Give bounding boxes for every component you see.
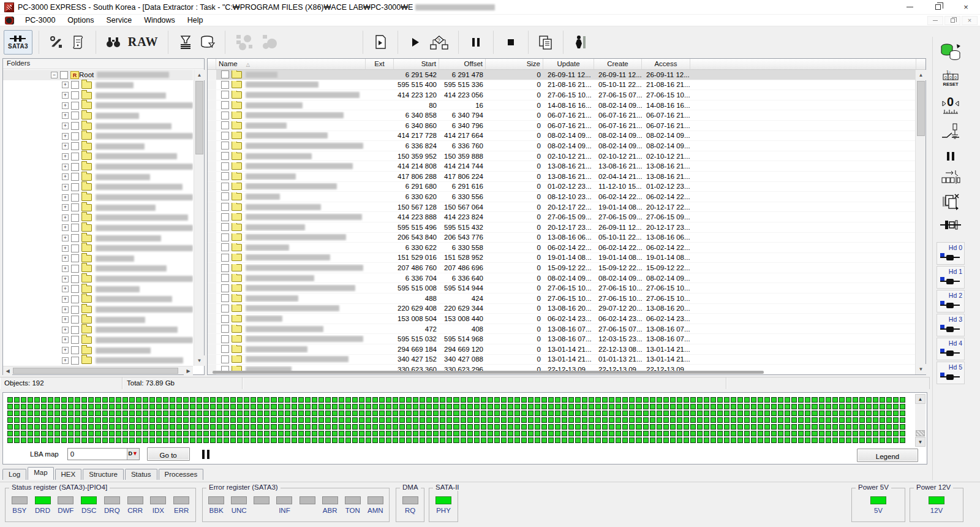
expand-icon[interactable]: +	[62, 133, 69, 140]
folder-checkbox[interactable]	[71, 214, 79, 222]
scrollbar-thumb[interactable]	[195, 81, 203, 154]
column-header-update[interactable]: Update	[543, 59, 594, 69]
exit-button[interactable]	[570, 30, 592, 55]
folder-checkbox[interactable]	[71, 91, 79, 99]
folder-checkbox[interactable]	[71, 153, 79, 161]
pause-button[interactable]	[465, 30, 487, 55]
tree-folder-row[interactable]: +	[3, 325, 193, 335]
file-checkbox[interactable]	[221, 335, 229, 343]
file-checkbox[interactable]	[221, 203, 229, 211]
mdi-minimize-button[interactable]	[927, 16, 943, 25]
menu-item-service[interactable]: Service	[100, 15, 138, 25]
file-checkbox[interactable]	[221, 172, 229, 180]
expand-icon[interactable]: +	[62, 224, 69, 231]
file-checkbox[interactable]	[221, 81, 229, 89]
file-list-vertical-scrollbar[interactable]: ▲ ▼	[915, 70, 925, 374]
file-checkbox[interactable]	[221, 101, 229, 109]
copy-results-button[interactable]	[535, 30, 557, 55]
folder-checkbox[interactable]	[71, 132, 79, 140]
file-checkbox[interactable]	[221, 274, 229, 282]
file-checkbox[interactable]	[221, 284, 229, 292]
tab-status[interactable]: Status	[125, 469, 157, 480]
menu-item-options[interactable]: Options	[61, 15, 100, 25]
collapse-icon[interactable]: −	[51, 72, 58, 78]
folders-horizontal-scrollbar[interactable]: ◀ ▶	[3, 366, 193, 374]
hd-2-button[interactable]: Hd 2	[937, 290, 965, 313]
folder-checkbox[interactable]	[71, 306, 79, 314]
expand-icon[interactable]: +	[62, 184, 69, 191]
file-checkbox[interactable]	[221, 183, 229, 191]
folder-checkbox[interactable]	[71, 295, 79, 303]
folders-vertical-scrollbar[interactable]: ▲ ▼	[194, 70, 204, 366]
file-row[interactable]: 6 291 6806 291 616001-02-12 23...11-12-1…	[208, 182, 915, 192]
hd-5-button[interactable]: Hd 5	[937, 362, 965, 384]
tree-folder-row[interactable]: +	[3, 121, 193, 131]
column-header-create[interactable]: Create	[594, 59, 642, 69]
database-export-button[interactable]	[937, 43, 965, 61]
scroll-up-icon[interactable]: ▲	[916, 70, 926, 80]
file-row[interactable]: 595 515 032595 514 968013-08-16 07...12-…	[208, 334, 915, 344]
file-checkbox[interactable]	[221, 91, 229, 99]
expand-icon[interactable]: +	[62, 286, 69, 292]
power-relay-button[interactable]	[937, 123, 965, 143]
tab-hex[interactable]: HEX	[55, 469, 82, 480]
expand-icon[interactable]: +	[62, 173, 69, 180]
tree-folder-row[interactable]: +	[3, 80, 193, 91]
tree-folder-row[interactable]: +	[3, 223, 193, 233]
file-row[interactable]: 220 629 408220 629 344013-08-16 20...29-…	[208, 304, 915, 314]
hd-4-button[interactable]: Hd 4	[937, 338, 965, 360]
expand-icon[interactable]: +	[62, 235, 69, 241]
storage-filter-button[interactable]	[197, 30, 219, 55]
file-checkbox[interactable]	[221, 305, 229, 313]
folder-checkbox[interactable]	[71, 81, 79, 89]
pause-side-button[interactable]	[937, 151, 965, 161]
file-checkbox[interactable]	[221, 264, 229, 272]
scroll-up-icon[interactable]: ▲	[915, 394, 925, 404]
hd-3-button[interactable]: Hd 3	[937, 314, 965, 336]
lba-map-grid[interactable]	[7, 397, 905, 444]
expand-icon[interactable]: +	[62, 204, 69, 211]
file-checkbox[interactable]	[221, 325, 229, 333]
folder-checkbox[interactable]	[71, 357, 79, 365]
expand-icon[interactable]: +	[62, 245, 69, 252]
file-checkbox[interactable]	[221, 223, 229, 231]
folder-checkbox[interactable]	[71, 245, 79, 252]
tree-folder-row[interactable]: +	[3, 202, 193, 213]
folder-checkbox[interactable]	[71, 203, 79, 211]
root-checkbox[interactable]	[60, 71, 68, 79]
file-row[interactable]: 6 336 7046 336 640008-02-14 09...08-02-1…	[208, 273, 915, 284]
file-checkbox[interactable]	[221, 345, 229, 353]
expand-icon[interactable]: +	[62, 123, 69, 129]
expand-icon[interactable]: +	[62, 214, 69, 221]
expand-icon[interactable]: +	[62, 153, 69, 160]
expand-icon[interactable]: +	[62, 357, 69, 364]
file-row[interactable]: 414 217 728414 217 664008-02-14 09...08-…	[208, 131, 915, 142]
lba-input[interactable]	[68, 449, 127, 460]
file-row[interactable]: 150 567 128150 567 064020-12-17 22...19-…	[208, 202, 915, 213]
tree-folder-row[interactable]: +	[3, 111, 193, 121]
tools-button[interactable]	[45, 30, 67, 55]
expand-icon[interactable]: +	[62, 265, 69, 272]
hd-0-button[interactable]: Hd 0	[937, 242, 965, 265]
filter-button[interactable]	[175, 30, 197, 55]
mdi-close-button[interactable]: ×	[962, 16, 978, 25]
legend-button[interactable]: Legend	[857, 449, 918, 462]
expand-icon[interactable]: +	[62, 112, 69, 119]
folder-checkbox[interactable]	[71, 183, 79, 191]
column-header-filler[interactable]	[690, 59, 916, 69]
tab-log[interactable]: Log	[2, 469, 26, 480]
expand-icon[interactable]: +	[62, 82, 69, 88]
minimize-button[interactable]	[895, 0, 924, 15]
file-checkbox[interactable]	[221, 213, 229, 221]
file-checkbox[interactable]	[221, 233, 229, 241]
map-pause-icon[interactable]	[202, 450, 209, 459]
tree-folder-row[interactable]: +	[3, 131, 193, 142]
file-checkbox[interactable]	[221, 192, 229, 200]
tab-structure[interactable]: Structure	[83, 469, 124, 480]
restore-button[interactable]	[924, 0, 952, 15]
file-row[interactable]: 294 669 184294 669 120013-01-14 21...22-…	[208, 344, 915, 355]
file-row[interactable]: 414 214 808414 214 744013-08-16 21...13-…	[208, 161, 915, 172]
tree-folder-row[interactable]: +	[3, 345, 193, 355]
file-checkbox[interactable]	[221, 142, 229, 150]
menu-item-help[interactable]: Help	[181, 15, 209, 25]
